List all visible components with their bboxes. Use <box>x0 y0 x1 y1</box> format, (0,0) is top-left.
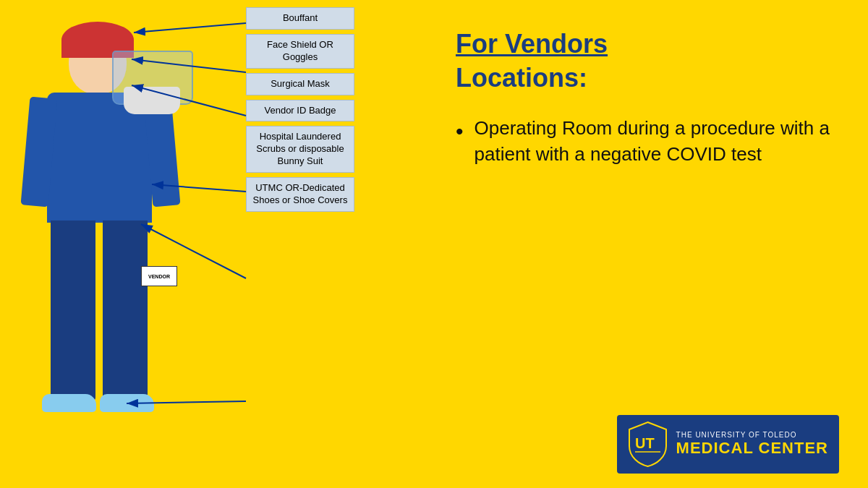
label-bouffant: Bouffant <box>246 7 354 30</box>
shoe-cover-left <box>42 394 96 412</box>
logo-container: UT THE UNIVERSITY OF TOLEDO MEDICAL CENT… <box>617 415 839 474</box>
mask-visual <box>124 87 180 114</box>
bullet-item: • Operating Room during a procedure with… <box>456 115 839 168</box>
logo-bar: UT THE UNIVERSITY OF TOLEDO MEDICAL CENT… <box>456 415 839 474</box>
label-vendor-badge: Vendor ID Badge <box>246 100 354 122</box>
label-surgical-mask: Surgical Mask <box>246 73 354 95</box>
bullet-dot: • <box>456 116 464 147</box>
shoe-cover-right <box>100 394 154 412</box>
ut-shield-icon: UT <box>628 421 668 468</box>
person-figure-area: VENDOR <box>0 0 231 488</box>
vendor-content: For Vendors Locations: • Operating Room … <box>456 29 839 415</box>
pants-left <box>51 221 95 401</box>
label-scrubs: Hospital Laundered Scrubs or disposable … <box>246 126 354 173</box>
svg-text:UT: UT <box>635 435 655 451</box>
vendor-title: For Vendors <box>456 29 839 59</box>
label-shoes: UTMC OR-Dedicated Shoes or Shoe Covers <box>246 177 354 212</box>
right-panel: For Vendors Locations: • Operating Room … <box>434 0 868 488</box>
labels-column: Bouffant Face Shield OR Goggles Surgical… <box>246 7 354 212</box>
left-panel: VENDOR Bouffant Face Shield OR Goggles S… <box>0 0 434 488</box>
bullet-text: Operating Room during a procedure with a… <box>475 115 839 168</box>
pants-right <box>103 221 148 401</box>
vendor-subtitle: Locations: <box>456 63 839 93</box>
label-face-shield: Face Shield OR Goggles <box>246 34 354 69</box>
logo-text-block: THE UNIVERSITY OF TOLEDO MEDICAL CENTER <box>676 431 828 458</box>
logo-top-text: THE UNIVERSITY OF TOLEDO <box>676 431 828 439</box>
logo-bottom-text: MEDICAL CENTER <box>676 439 828 458</box>
vendor-badge-visual: VENDOR <box>141 266 177 286</box>
person-figure: VENDOR <box>14 7 217 481</box>
